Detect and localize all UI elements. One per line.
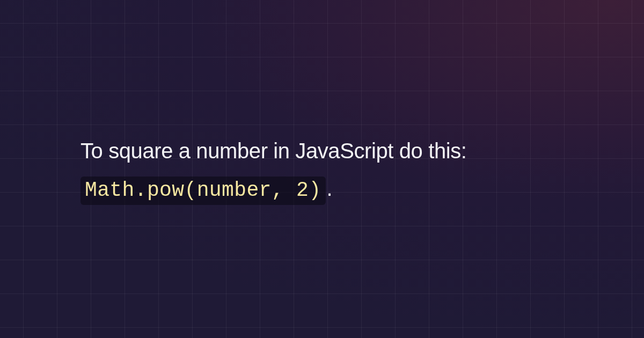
content-container: To square a number in JavaScript do this… [0, 0, 644, 338]
heading-text: To square a number in JavaScript do this… [80, 137, 612, 165]
code-line: Math.pow(number, 2). [80, 177, 612, 202]
trailing-period: . [327, 177, 333, 200]
code-snippet: Math.pow(number, 2) [80, 177, 326, 205]
